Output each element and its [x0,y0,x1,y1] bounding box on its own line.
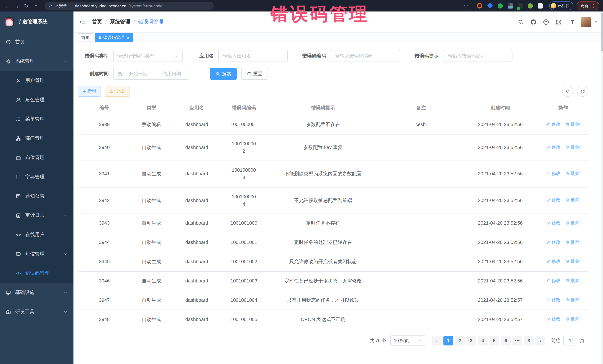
green-leaf-extension-icon[interactable] [527,3,533,8]
url-host: dashboard.yudao.iocoder.cn [75,3,126,8]
sidebar-item-sms-management[interactable]: 短信管理 [0,244,73,264]
page-button-8[interactable]: 8 [524,336,533,346]
add-button[interactable]: + 新增 [78,86,101,97]
table-body: 3939手动编辑dashboard1001000001参数配置不存在ceshi2… [78,115,588,329]
app-title: 芋道管理系统 [17,19,47,25]
cell-remark [380,161,463,187]
grid-extension-icon[interactable] [508,3,513,8]
edit-link[interactable]: 修改 [546,296,560,303]
address-bar[interactable]: ⚠ 不安全 dashboard.yudao.iocoder.cn/system/… [45,2,214,10]
sidebar-item-menu-management[interactable]: 菜单管理 [0,109,73,129]
sidebar-item-dev-tools[interactable]: 研发工具 [0,302,73,321]
app-input[interactable] [222,53,283,59]
orange-ring-extension-icon[interactable] [477,3,482,9]
search-button[interactable]: 搜索 [210,68,237,80]
delete-link[interactable]: 删除 [566,258,580,265]
header-remark: 备注 [380,101,463,115]
page-button-5[interactable]: 5 [489,336,499,346]
refresh-icon[interactable] [577,86,588,97]
sidebar-item-home[interactable]: 首页 [0,32,73,52]
page-button-2[interactable]: 2 [455,336,464,346]
user-avatar[interactable] [581,16,592,27]
breadcrumb-home[interactable]: 首页 [92,19,102,25]
sidebar-item-dept-management[interactable]: 部门管理 [0,129,73,148]
tag-home[interactable]: 首页 [78,33,93,42]
chevron-down-icon[interactable]: ▾ [595,20,597,24]
help-icon[interactable]: ? [543,19,549,25]
edit-link[interactable]: 修改 [546,197,560,203]
delete-link[interactable]: 删除 [566,220,580,226]
date-range-picker[interactable]: 开始日期 - 结束日期 [113,68,189,80]
search-icon[interactable] [518,19,524,25]
sidebar-logo[interactable]: 芋道管理系统 [0,11,73,32]
scrollbar-thumb[interactable] [601,13,603,52]
sidebar-item-system-management[interactable]: 系统管理 [0,52,73,71]
vertical-scrollbar[interactable] [601,11,603,364]
browser-back-icon[interactable]: ← [4,2,10,9]
code-input[interactable] [335,53,396,59]
close-icon[interactable]: × [127,35,129,40]
font-size-icon[interactable]: TT [568,19,575,25]
page-button-1[interactable]: 1 [443,336,453,346]
goto-page-input[interactable] [563,336,577,346]
msg-input[interactable] [447,53,508,59]
sidebar-item-user-management[interactable]: 用户管理 [0,71,73,90]
page-button-6[interactable]: 6 [501,336,510,346]
reset-button[interactable]: 重置 [241,68,268,80]
delete-link[interactable]: 删除 [566,277,580,284]
delete-link[interactable]: 删除 [566,121,580,128]
edit-link[interactable]: 修改 [546,220,560,226]
delete-link[interactable]: 删除 [566,316,580,322]
page-ellipsis-button[interactable]: ••• [512,336,522,346]
edit-link[interactable]: 修改 [546,144,560,151]
browser-reload-icon[interactable]: ↻ [23,2,30,9]
browser-home-icon[interactable]: ⌂ [33,2,39,9]
navbar-actions: ? TT ▾ [518,16,597,27]
puzzle-extension-icon[interactable] [537,3,543,8]
dark-list-extension-icon[interactable] [517,3,523,8]
edit-link[interactable]: 修改 [546,258,560,265]
bookmark-star-icon[interactable]: ☆ [464,3,468,9]
breadcrumb-system[interactable]: 系统管理 [110,19,130,25]
tag-error-code[interactable]: 错误码管理 × [95,33,133,42]
edit-link[interactable]: 修改 [546,170,560,177]
export-button[interactable]: 导出 [105,86,129,97]
browser-forward-icon[interactable]: → [13,2,20,9]
page-button-3[interactable]: 3 [466,336,476,346]
sidebar-item-role-management[interactable]: 角色管理 [0,90,73,109]
profile-paused-badge[interactable]: 已暂停 [549,1,573,10]
sidebar-item-notice[interactable]: 通知公告 [0,187,73,206]
edit-link[interactable]: 修改 [546,277,560,284]
cell-actions: 修改删除 [538,252,588,271]
sidebar-item-post-management[interactable]: 岗位管理 [0,148,73,167]
edit-link[interactable]: 修改 [546,121,560,128]
github-icon[interactable] [531,19,537,25]
table-row: 3946自动生成dashboard1001001003定时任务已经处于该状态，无… [78,271,588,291]
prev-page-button[interactable]: ‹ [432,336,441,346]
delete-link[interactable]: 删除 [566,144,580,151]
browser-menu-icon[interactable]: ⋮ [591,3,596,8]
sidebar-item-infrastructure[interactable]: 基础设施 [0,283,73,302]
edit-link[interactable]: 修改 [546,316,560,322]
edit-link[interactable]: 修改 [546,239,560,245]
next-page-button[interactable]: › [535,336,545,346]
show-search-icon[interactable] [562,86,573,97]
green-circle-extension-icon[interactable] [498,3,503,8]
hamburger-icon[interactable] [79,19,86,25]
delete-link[interactable]: 删除 [566,197,580,203]
cell-code: 100100000 4 [221,187,267,214]
type-select[interactable]: 请选择错误码类型 [113,50,183,62]
delete-link[interactable]: 删除 [566,239,580,245]
sidebar-item-dict-management[interactable]: 字典管理 [0,167,73,187]
delete-link[interactable]: 删除 [566,296,580,303]
sidebar-item-error-code[interactable]: </>错误码管理 [0,264,73,283]
sidebar-item-audit-log[interactable]: 审计日志 [0,206,73,225]
blue-gem-extension-icon[interactable] [487,3,493,9]
delete-link[interactable]: 删除 [566,170,580,177]
table-row: 3947自动生成dashboard1001001004只有开启状态的任务，才可以… [78,291,588,310]
fullscreen-icon[interactable] [556,19,562,25]
update-button[interactable]: 更新 ⋮ [577,1,599,10]
page-button-4[interactable]: 4 [478,336,487,346]
page-size-select[interactable]: 10条/页 [390,336,426,346]
sidebar-item-online-users[interactable]: 在线用户 [0,225,73,244]
